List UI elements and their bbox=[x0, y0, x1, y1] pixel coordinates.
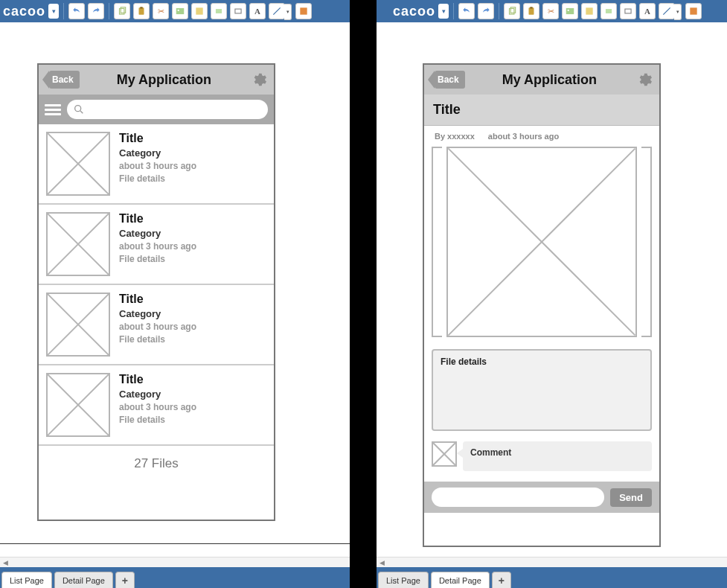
svg-rect-21 bbox=[625, 9, 631, 13]
item-list: Title Category about 3 hours ago File de… bbox=[39, 124, 274, 446]
svg-rect-2 bbox=[139, 7, 144, 14]
mockup-detail-page[interactable]: Back My Application Title By xxxxxx abou… bbox=[423, 63, 661, 547]
horizontal-scrollbar[interactable]: ◀ bbox=[377, 557, 727, 567]
rect-filled-button[interactable] bbox=[211, 3, 227, 19]
svg-rect-23 bbox=[690, 7, 696, 14]
copy-button[interactable] bbox=[504, 3, 520, 19]
text-tool-button[interactable]: A bbox=[639, 3, 656, 19]
svg-rect-19 bbox=[586, 7, 592, 14]
settings-icon[interactable] bbox=[249, 69, 269, 90]
cut-button[interactable]: ✂ bbox=[542, 3, 559, 19]
item-title: Title bbox=[119, 373, 196, 386]
svg-line-12 bbox=[80, 111, 83, 113]
rect-filled-button[interactable] bbox=[601, 3, 617, 19]
list-item[interactable]: Title Category about 3 hours ago File de… bbox=[39, 365, 274, 446]
svg-rect-15 bbox=[529, 7, 534, 14]
thumbnail-placeholder bbox=[46, 132, 110, 196]
mock-header: Back My Application bbox=[424, 65, 659, 95]
top-toolbar: cacoo ▾ ✂ A ▾ bbox=[0, 0, 350, 22]
next-image-sliver[interactable] bbox=[641, 147, 652, 337]
list-item[interactable]: Title Category about 3 hours ago File de… bbox=[39, 124, 274, 205]
svg-rect-1 bbox=[121, 7, 125, 13]
item-title: Title bbox=[119, 293, 196, 306]
comment-input-bar: Send bbox=[424, 482, 659, 513]
redo-button[interactable] bbox=[88, 3, 104, 19]
item-details: File details bbox=[119, 334, 196, 345]
fill-tool-button[interactable] bbox=[685, 3, 702, 19]
comment-row: Comment bbox=[424, 435, 659, 477]
svg-point-18 bbox=[568, 10, 569, 11]
back-button[interactable]: Back bbox=[49, 71, 80, 89]
mock-header: Back My Application bbox=[39, 65, 274, 95]
item-time: about 3 hours ago bbox=[119, 402, 196, 412]
sheet-tab-list-page[interactable]: List Page bbox=[1, 572, 52, 588]
item-details: File details bbox=[119, 415, 196, 425]
thumbnail-placeholder bbox=[46, 212, 110, 276]
main-image-placeholder bbox=[446, 147, 637, 337]
undo-button[interactable] bbox=[458, 3, 475, 19]
app-title: My Application bbox=[80, 72, 249, 88]
app-title: My Application bbox=[465, 72, 634, 88]
byline-author: By xxxxxx bbox=[435, 132, 475, 141]
insert-shape-button[interactable] bbox=[581, 3, 598, 19]
canvas-area[interactable]: Back My Application Title By xxxxxx abou… bbox=[377, 22, 727, 557]
canvas-area[interactable]: Back My Application Ti bbox=[0, 22, 350, 557]
search-icon bbox=[73, 103, 85, 115]
sheet-tab-detail-page[interactable]: Detail Page bbox=[431, 572, 490, 588]
list-item[interactable]: Title Category about 3 hours ago File de… bbox=[39, 285, 274, 365]
fill-tool-button[interactable] bbox=[295, 3, 312, 19]
search-bar bbox=[39, 95, 274, 124]
back-button[interactable]: Back bbox=[435, 71, 465, 89]
rect-outline-button[interactable] bbox=[620, 3, 636, 19]
undo-button[interactable] bbox=[68, 3, 85, 19]
insert-image-button[interactable] bbox=[172, 3, 188, 19]
copy-button[interactable] bbox=[114, 3, 130, 19]
item-title: Title bbox=[119, 132, 196, 145]
insert-image-button[interactable] bbox=[562, 3, 578, 19]
comment-input[interactable] bbox=[432, 488, 604, 507]
svg-rect-10 bbox=[300, 7, 307, 14]
search-input[interactable] bbox=[67, 100, 268, 119]
logo-dropdown[interactable]: ▾ bbox=[438, 4, 449, 19]
svg-rect-14 bbox=[510, 7, 515, 13]
line-tool-button[interactable]: ▾ bbox=[269, 3, 285, 19]
list-footer-count: 27 Files bbox=[39, 446, 274, 482]
paste-button[interactable] bbox=[523, 3, 539, 19]
editor-pane-right: cacoo ▾ ✂ A ▾ Back My Application bbox=[377, 0, 727, 588]
svg-rect-7 bbox=[216, 9, 222, 13]
svg-line-9 bbox=[273, 7, 280, 14]
insert-shape-button[interactable] bbox=[191, 3, 208, 19]
horizontal-scrollbar[interactable]: ◀ bbox=[0, 557, 350, 567]
menu-icon[interactable] bbox=[45, 102, 61, 118]
thumbnail-placeholder bbox=[46, 373, 110, 437]
svg-rect-3 bbox=[140, 7, 143, 8]
list-item[interactable]: Title Category about 3 hours ago File de… bbox=[39, 205, 274, 285]
rect-outline-button[interactable] bbox=[230, 3, 246, 19]
add-sheet-button[interactable]: + bbox=[115, 572, 135, 588]
prev-image-sliver[interactable] bbox=[432, 147, 442, 337]
sheet-tab-list-page[interactable]: List Page bbox=[378, 572, 429, 588]
text-tool-button[interactable]: A bbox=[249, 3, 266, 19]
redo-button[interactable] bbox=[478, 3, 494, 19]
svg-rect-13 bbox=[510, 9, 514, 15]
app-logo: cacoo bbox=[393, 4, 435, 19]
settings-icon[interactable] bbox=[634, 69, 655, 90]
cut-button[interactable]: ✂ bbox=[153, 3, 169, 19]
line-tool-button[interactable]: ▾ bbox=[659, 3, 675, 19]
comment-avatar-placeholder bbox=[432, 441, 457, 467]
svg-point-11 bbox=[75, 106, 81, 112]
svg-rect-6 bbox=[196, 7, 202, 14]
logo-dropdown[interactable]: ▾ bbox=[48, 4, 59, 19]
image-gallery[interactable] bbox=[424, 147, 659, 345]
send-button[interactable]: Send bbox=[610, 488, 652, 507]
comment-bubble: Comment bbox=[463, 441, 652, 471]
sheet-tabs-bar: List Page Detail Page + bbox=[0, 567, 350, 588]
paste-button[interactable] bbox=[133, 3, 150, 19]
svg-rect-8 bbox=[235, 9, 241, 13]
sheet-tab-detail-page[interactable]: Detail Page bbox=[54, 572, 113, 588]
mockup-list-page[interactable]: Back My Application Ti bbox=[37, 63, 275, 521]
pane-divider bbox=[350, 0, 377, 588]
svg-rect-17 bbox=[566, 8, 574, 14]
item-category: Category bbox=[119, 228, 196, 239]
add-sheet-button[interactable]: + bbox=[492, 572, 511, 588]
